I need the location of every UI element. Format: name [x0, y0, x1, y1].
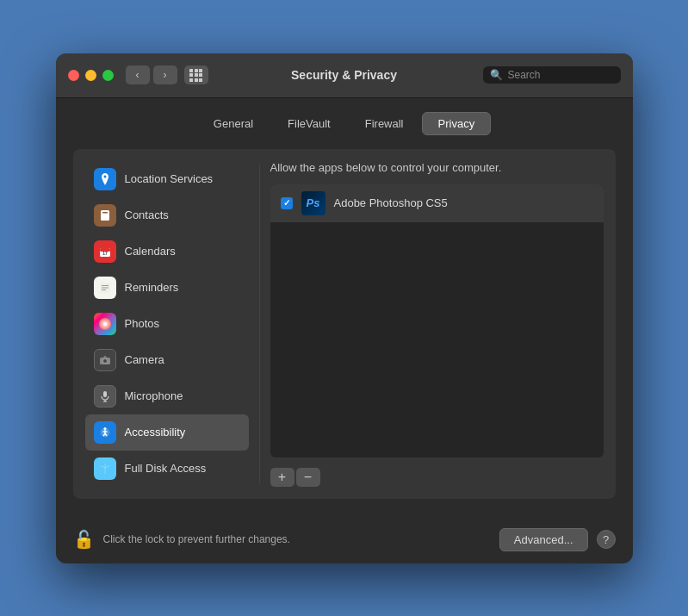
app-checkbox-photoshop[interactable]: ✓ — [281, 197, 293, 209]
search-icon: 🔍 — [490, 69, 503, 81]
close-button[interactable] — [68, 70, 79, 81]
add-app-button[interactable]: + — [270, 468, 294, 487]
sidebar-label-camera: Camera — [125, 353, 164, 366]
traffic-lights — [68, 70, 114, 81]
maximize-button[interactable] — [102, 70, 114, 81]
sidebar-item-microphone[interactable]: Microphone — [85, 378, 249, 414]
right-panel: Allow the apps below to control your com… — [270, 161, 604, 487]
sidebar-label-calendars: Calendars — [125, 245, 176, 258]
svg-rect-13 — [103, 391, 107, 397]
sidebar-label-location: Location Services — [125, 172, 214, 185]
sidebar-item-calendars[interactable]: 17 Calendars — [85, 233, 249, 270]
calendars-icon: 17 — [94, 240, 116, 263]
help-button[interactable]: ? — [597, 530, 616, 549]
remove-app-button[interactable]: − — [296, 468, 320, 487]
sidebar-label-photos: Photos — [125, 317, 159, 330]
sidebar-divider — [259, 165, 260, 483]
microphone-icon — [94, 385, 116, 408]
sidebar-item-camera[interactable]: Camera — [85, 342, 249, 378]
grid-view-button[interactable] — [184, 65, 208, 84]
app-name-photoshop: Adobe Photoshop CS5 — [334, 196, 448, 209]
sidebar-item-fulldisk[interactable]: Full Disk Access — [85, 451, 249, 487]
tab-privacy[interactable]: Privacy — [422, 112, 492, 135]
photos-icon — [94, 313, 116, 335]
svg-text:17: 17 — [102, 251, 108, 256]
sidebar-label-reminders: Reminders — [125, 281, 179, 294]
list-action-buttons: + − — [270, 468, 604, 487]
contacts-icon — [94, 204, 116, 227]
app-list: ✓ Ps Adobe Photoshop CS5 — [270, 184, 604, 457]
svg-rect-1 — [102, 212, 108, 214]
search-input[interactable]: Search — [508, 69, 614, 81]
back-button[interactable]: ‹ — [126, 65, 150, 84]
photoshop-icon: Ps — [301, 191, 325, 215]
tab-filevault[interactable]: FileVault — [271, 112, 347, 135]
tab-firewall[interactable]: Firewall — [349, 112, 420, 135]
sidebar-label-contacts: Contacts — [125, 208, 169, 221]
footer-text: Click the lock to prevent further change… — [103, 533, 491, 545]
table-row: ✓ Ps Adobe Photoshop CS5 — [270, 184, 604, 222]
forward-button[interactable]: › — [153, 65, 177, 84]
sidebar-item-contacts[interactable]: Contacts — [85, 197, 249, 233]
svg-point-10 — [103, 322, 107, 326]
fulldisk-icon — [94, 457, 116, 480]
minimize-button[interactable] — [85, 70, 96, 81]
sidebar-item-photos[interactable]: Photos — [85, 306, 249, 342]
panel-description: Allow the apps below to control your com… — [270, 161, 604, 174]
camera-icon — [94, 349, 116, 371]
checkmark-icon: ✓ — [283, 198, 290, 208]
sidebar-item-location[interactable]: Location Services — [85, 161, 249, 197]
sidebar-item-accessibility[interactable]: Accessibility — [85, 414, 249, 451]
sidebar: Location Services Contacts 17 Calendars — [85, 161, 249, 487]
sidebar-item-reminders[interactable]: Reminders — [85, 270, 249, 306]
footer: 🔓 Click the lock to prevent further chan… — [56, 516, 633, 563]
accessibility-icon — [94, 421, 116, 444]
main-panel: Location Services Contacts 17 Calendars — [73, 149, 616, 499]
grid-icon — [189, 69, 202, 82]
window-title: Security & Privacy — [291, 68, 397, 82]
lock-icon[interactable]: 🔓 — [73, 529, 95, 550]
nav-buttons: ‹ › — [126, 65, 177, 84]
sidebar-label-microphone: Microphone — [125, 389, 183, 402]
tab-general[interactable]: General — [197, 112, 270, 135]
location-icon — [94, 168, 116, 190]
search-box[interactable]: 🔍 Search — [483, 66, 621, 84]
sidebar-label-fulldisk: Full Disk Access — [125, 462, 207, 475]
system-preferences-window: ‹ › Security & Privacy 🔍 Search General … — [56, 53, 633, 563]
titlebar: ‹ › Security & Privacy 🔍 Search — [56, 53, 633, 98]
svg-rect-0 — [101, 210, 109, 221]
reminders-icon — [94, 277, 116, 299]
advanced-button[interactable]: Advanced... — [499, 528, 588, 551]
sidebar-label-accessibility: Accessibility — [125, 426, 186, 439]
content-area: General FileVault Firewall Privacy Locat… — [56, 98, 633, 516]
tabs-bar: General FileVault Firewall Privacy — [73, 112, 616, 135]
svg-point-12 — [102, 358, 107, 363]
